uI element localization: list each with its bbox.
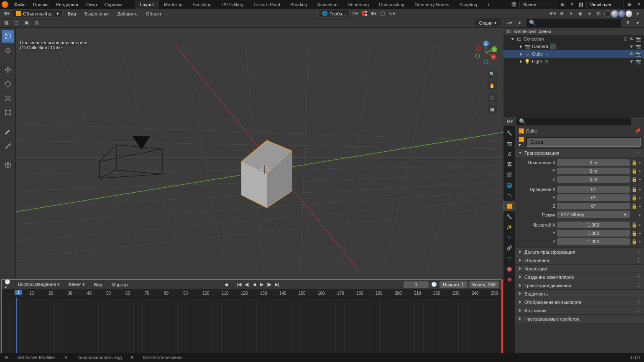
header-select[interactable]: Выделение <box>81 10 112 18</box>
tab-geonodes[interactable]: Geometry Nodes <box>409 0 454 9</box>
hide-viewport-icon[interactable]: 👁 <box>629 59 634 64</box>
tab-physics[interactable]: ⚛ <box>503 232 515 242</box>
lock-icon[interactable]: 🔓 <box>631 187 637 192</box>
tab-collection[interactable]: 🗀 <box>503 191 515 201</box>
tab-shading[interactable]: Shading <box>285 0 312 9</box>
tab-output[interactable]: 🖨 <box>503 149 515 159</box>
jump-end-icon[interactable]: ▶| <box>273 281 280 288</box>
outliner-collection-row[interactable]: 🗀 Collection ☑ 👁 📷 <box>503 35 644 43</box>
lock-icon[interactable]: 🔓 <box>631 177 637 182</box>
lock-icon[interactable]: 🔓 <box>631 239 637 245</box>
shading-wireframe[interactable] <box>604 10 611 17</box>
tab-sculpting[interactable]: Sculpting <box>188 0 217 9</box>
tool-rotate[interactable] <box>2 78 14 90</box>
section-options-icon[interactable]: ⋮ <box>636 316 641 321</box>
pan-icon[interactable]: ✋ <box>488 81 497 90</box>
overlay-options-icon[interactable]: ▾ <box>586 10 593 18</box>
properties-editor-icon[interactable]: ⚙▾ <box>506 118 514 125</box>
outliner-search-input[interactable] <box>526 18 621 27</box>
section-visibility[interactable]: Видимость⋮ <box>515 289 644 298</box>
exclude-checkbox[interactable]: ☑ <box>624 36 628 42</box>
tool-add-cube[interactable] <box>2 159 14 171</box>
tab-world[interactable]: 🌐 <box>503 180 515 190</box>
navigation-gizmo[interactable]: X Y Z <box>473 40 498 65</box>
keyframe-prev-icon[interactable]: ◀| <box>243 281 250 288</box>
header-object[interactable]: Объект <box>143 10 165 18</box>
viewlayer-delete-icon[interactable]: ✕ <box>635 1 642 8</box>
end-frame-field[interactable]: Конец250 <box>469 281 499 288</box>
outliner-light-row[interactable]: 💡 Light ⊙ 👁 📷 <box>503 58 644 65</box>
rotation-y-field[interactable]: 0° <box>557 194 630 201</box>
outliner-new-collection-icon[interactable]: ▾ <box>634 19 641 27</box>
tool-select-box[interactable] <box>2 30 14 43</box>
lock-icon[interactable]: 🔓 <box>631 195 637 201</box>
tab-modifiers[interactable]: 🔧 <box>503 212 515 222</box>
tab-add[interactable]: + <box>482 0 495 9</box>
animate-icon[interactable]: • <box>639 160 641 165</box>
section-custom-props[interactable]: Настраиваемые свойства⋮ <box>515 314 644 323</box>
lock-icon[interactable]: 🔓 <box>631 222 637 228</box>
animate-icon[interactable]: • <box>639 195 641 200</box>
scale-z-field[interactable]: 1.000 <box>557 238 630 245</box>
section-instancing[interactable]: Создание экземпляров⋮ <box>515 273 644 281</box>
header-view[interactable]: Вид <box>64 10 79 18</box>
outliner-filter-icon[interactable]: ⚱ <box>624 19 631 27</box>
snap-target-icon[interactable]: ⊞▾ <box>370 10 377 18</box>
pivot-icon[interactable]: ⊙▾ <box>351 10 359 18</box>
timeline-track[interactable] <box>2 298 501 359</box>
gizmo-toggle-icon[interactable]: ⊕ <box>558 10 566 18</box>
tab-compositing[interactable]: Compositing <box>374 0 409 9</box>
tool-move[interactable] <box>2 64 14 76</box>
animate-icon[interactable]: • <box>639 212 641 217</box>
proportional-falloff-icon[interactable]: ∿▾ <box>388 10 396 18</box>
menu-edit[interactable]: Правка <box>30 1 52 8</box>
jump-start-icon[interactable]: |◀ <box>236 281 243 288</box>
select-mode-4-icon[interactable]: ▤ <box>33 19 40 27</box>
tab-modeling[interactable]: Modeling <box>159 0 188 9</box>
tab-layout[interactable]: Layout <box>135 0 159 9</box>
tab-object[interactable]: 🟧 <box>503 201 515 211</box>
properties-search-input[interactable] <box>516 117 631 126</box>
animate-icon[interactable]: • <box>639 177 641 182</box>
viewlayer-new-icon[interactable]: ⊞ <box>626 1 633 8</box>
disclosure-triangle-icon[interactable] <box>520 45 522 48</box>
hide-viewport-icon[interactable]: 👁 <box>629 51 634 56</box>
select-mode-2-icon[interactable]: ▢ <box>13 19 20 27</box>
lock-icon[interactable]: 🔓 <box>631 204 637 209</box>
mode-dropdown[interactable]: 🟧 Объектный р... ▾ <box>12 10 63 18</box>
scene-new-icon[interactable]: ⊞ <box>559 1 566 8</box>
autokey-icon[interactable]: ⏺ <box>223 281 230 288</box>
tool-annotate[interactable] <box>2 125 14 138</box>
timeline-ruler[interactable]: 1 10203040506070809010011012013014015016… <box>2 289 501 298</box>
section-lineart[interactable]: Арт-линии⋮ <box>515 306 644 314</box>
preview-range-icon[interactable]: 🕐 <box>430 281 438 288</box>
tab-animation[interactable]: Animation <box>312 0 342 9</box>
section-motion-paths[interactable]: Траектории движения⋮ <box>515 281 644 289</box>
tab-tool[interactable]: 🔧 <box>503 128 515 138</box>
timeline-view-menu[interactable]: Вид <box>91 281 106 288</box>
tab-scene[interactable]: 🎬 <box>503 170 515 180</box>
animate-icon[interactable]: • <box>639 168 641 173</box>
disable-render-icon[interactable]: 📷 <box>636 59 641 64</box>
outliner-editor-icon[interactable]: ≡▾ <box>506 19 514 27</box>
section-options-icon[interactable]: ⋮ <box>636 283 641 288</box>
disable-render-icon[interactable]: 📷 <box>636 51 641 57</box>
current-frame-field[interactable]: 1 <box>404 281 429 288</box>
cube-object[interactable] <box>242 141 292 208</box>
select-mode-1-icon[interactable]: ▦ <box>3 19 10 27</box>
scene-browse-icon[interactable]: 🎬 <box>510 1 518 8</box>
viewlayer-field[interactable]: ViewLayer <box>586 1 624 8</box>
overlay-toggle-icon[interactable]: ◉ <box>577 10 584 18</box>
shading-material[interactable] <box>618 10 625 17</box>
tab-particles[interactable]: ✨ <box>503 222 515 232</box>
lock-icon[interactable]: 🔓 <box>631 231 637 236</box>
section-options-icon[interactable]: ⋮ <box>636 308 641 313</box>
keyframe-next-icon[interactable]: |▶ <box>266 281 273 288</box>
tab-material[interactable]: ⬤ <box>503 264 515 274</box>
outliner-display-icon[interactable]: ▾ <box>516 19 524 27</box>
section-relations[interactable]: Отношения⋮ <box>515 256 644 264</box>
object-name-field[interactable] <box>526 137 641 147</box>
section-collections[interactable]: Коллекции⋮ <box>515 264 644 273</box>
editor-type-icon[interactable]: ⊞▾ <box>3 10 10 18</box>
section-options-icon[interactable]: ⋮ <box>636 274 641 280</box>
